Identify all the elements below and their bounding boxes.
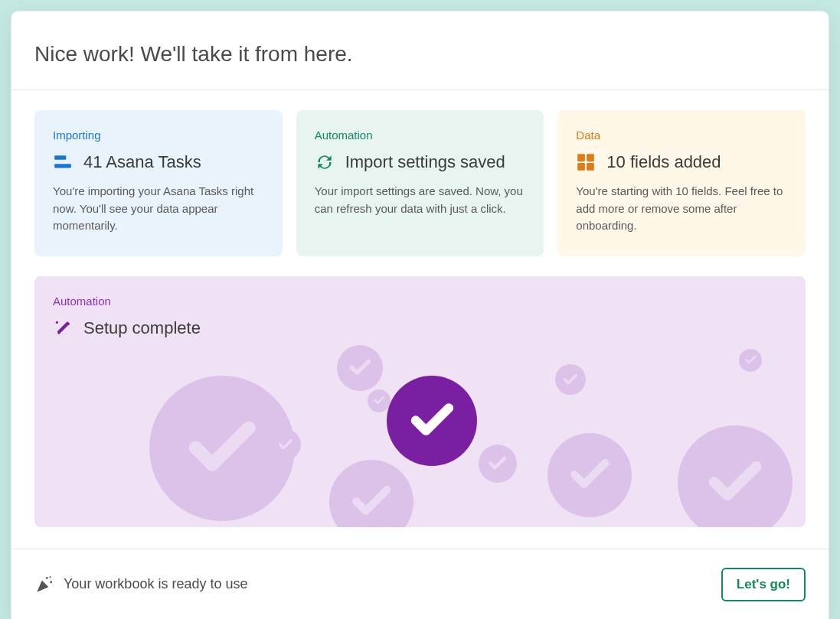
modal-footer: Your workbook is ready to use Let's go! xyxy=(11,549,829,620)
check-icon xyxy=(329,460,413,527)
check-icon xyxy=(555,364,586,395)
check-icon xyxy=(739,349,762,372)
card-importing-label: Importing xyxy=(53,129,264,142)
svg-point-10 xyxy=(46,576,48,578)
card-data-desc: You're starting with 10 fields. Feel fre… xyxy=(576,183,787,235)
card-data-title: 10 fields added xyxy=(606,152,721,172)
card-data-label: Data xyxy=(576,129,787,142)
svg-point-7 xyxy=(56,321,58,323)
svg-rect-2 xyxy=(578,154,586,161)
card-data: Data 10 fields added You're starting wit… xyxy=(557,110,806,256)
summary-cards-row: Importing 41 Asana Tasks You're importin… xyxy=(11,90,829,256)
card-importing: Importing 41 Asana Tasks You're importin… xyxy=(34,110,283,256)
bars-icon xyxy=(53,152,73,172)
svg-rect-0 xyxy=(54,155,66,159)
svg-rect-4 xyxy=(578,163,586,171)
card-setup-complete: Automation Setup complete xyxy=(34,276,806,527)
onboarding-complete-modal: Nice work! We'll take it from here. Impo… xyxy=(11,11,829,619)
svg-point-9 xyxy=(57,332,60,334)
svg-rect-3 xyxy=(587,154,594,161)
check-icon xyxy=(547,433,632,517)
card-setup-title: Setup complete xyxy=(83,318,201,338)
lets-go-button[interactable]: Let's go! xyxy=(721,568,806,601)
svg-rect-5 xyxy=(587,163,594,171)
card-setup-label: Automation xyxy=(53,295,787,308)
refresh-icon xyxy=(315,152,335,172)
check-icon-main xyxy=(387,376,477,466)
check-icon xyxy=(678,425,793,527)
check-icon xyxy=(479,445,517,483)
card-automation-desc: Your import settings are saved. Now, you… xyxy=(315,183,526,217)
svg-rect-6 xyxy=(57,321,70,334)
svg-point-12 xyxy=(50,576,51,578)
card-importing-desc: You're importing your Asana Tasks right … xyxy=(53,183,264,235)
card-automation: Automation Import settings saved Your im… xyxy=(296,110,544,256)
svg-rect-1 xyxy=(54,164,71,168)
card-importing-title: 41 Asana Tasks xyxy=(83,152,201,172)
card-automation-title: Import settings saved xyxy=(345,152,505,172)
modal-title: Nice work! We'll take it from here. xyxy=(34,42,806,67)
svg-point-8 xyxy=(67,323,70,325)
check-icon xyxy=(337,345,383,391)
grid-icon xyxy=(576,152,596,172)
svg-point-11 xyxy=(50,581,52,583)
footer-message: Your workbook is ready to use xyxy=(64,576,247,592)
modal-header: Nice work! We'll take it from here. xyxy=(11,11,829,90)
card-automation-label: Automation xyxy=(315,129,526,142)
confetti-icon xyxy=(34,576,54,593)
check-icon xyxy=(270,429,301,460)
check-icon xyxy=(368,389,391,412)
magic-wand-icon xyxy=(53,318,73,338)
